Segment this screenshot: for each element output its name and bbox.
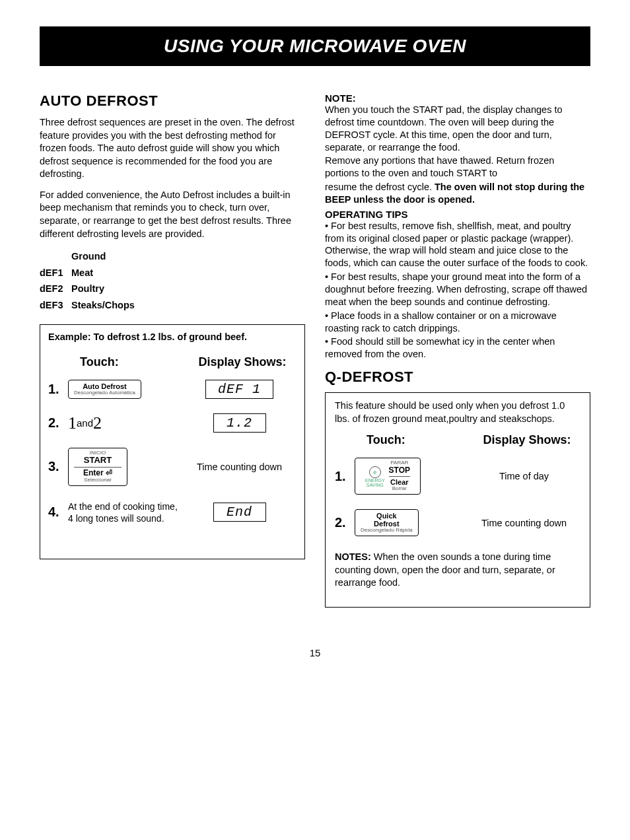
example-step-1: 1. Auto Defrost Descongelado Automática … [48,380,297,399]
note3-plain: resume the defrost cycle. [325,182,435,192]
qstep1-number: 1. [335,469,355,484]
step3-number: 3. [48,459,68,474]
auto-defrost-para1: Three defrost sequences are preset in th… [40,116,305,181]
step4-text: At the end of cooking time, 4 long tones… [68,501,182,524]
tip4: • Food should still be somewhat icy in t… [325,335,590,361]
q-headers: Touch: Display Shows: [335,433,580,447]
clear-btn-tiny: Borrar [389,486,410,492]
def1-label: Ground Meat [71,248,103,281]
auto-defrost-btn-sub: Descongelado Automática [74,390,135,396]
step2-display: 1.2 [213,413,266,433]
start-btn-tiny: Seleccionar [74,477,122,483]
energy-label1: ENERGY [365,478,385,483]
auto-defrost-example-box: Example: To defrost 1.2 lbs. of ground b… [40,324,305,559]
right-column: NOTE: When you touch the START pad, the … [325,92,590,608]
q-defrost-box: This feature should be used only when yo… [325,392,590,608]
auto-defrost-para2: For added convenience, the Auto Defrost … [40,189,305,240]
example-step-3: 3. INICIO START Enter ⏎ Seleccionar Time… [48,448,297,486]
example-step-2: 2. 1 and 2 1.2 [48,413,297,433]
tip2: • For best results, shape your ground me… [325,271,590,308]
def3-code: dEF3 [40,297,71,314]
tip1: • For best results, remove fish, shellfi… [325,220,590,269]
step2-and: and [77,417,93,429]
step2-key-1: 1 [68,413,77,433]
q-defrost-intro: This feature should be used only when yo… [335,400,580,425]
step4-display: End [213,503,266,522]
q-notes-label: NOTES: [335,551,371,562]
start-btn-main: START [74,456,122,467]
note-para1: When you touch the START pad, the displa… [325,104,590,153]
qstep2-display: Time counting down [468,518,580,528]
note-para3: resume the defrost cycle. The oven will … [325,181,590,206]
auto-defrost-btn-main: Auto Defrost [74,382,135,390]
tip3: • Place foods in a shallow container or … [325,310,590,335]
auto-defrost-heading: AUTO DEFROST [40,92,305,110]
stop-clear-button-icon: e ENERGY SAVING PARAR STOP Clear Borrar [355,458,421,495]
example-step-4: 4. At the end of cooking time, 4 long to… [48,501,297,524]
q-touch-header: Touch: [335,433,473,447]
start-button-icon: INICIO START Enter ⏎ Seleccionar [68,448,127,486]
stop-btn-main: STOP [389,466,410,477]
example-headers: Touch: Display Shows: [48,355,297,369]
qstep1-display: Time of day [468,471,580,481]
def2-label: Poultry [71,281,103,297]
content-columns: AUTO DEFROST Three defrost sequences are… [40,92,590,608]
left-column: AUTO DEFROST Three defrost sequences are… [40,92,305,608]
qd-btn-sub: Descongelado Rápida [361,528,413,534]
auto-defrost-button-icon: Auto Defrost Descongelado Automática [68,380,141,399]
example-title: Example: To defrost 1.2 lbs. of ground b… [48,332,297,342]
def3-label: Steaks/Chops [71,297,103,314]
note-para2: Remove any portions that have thawed. Re… [325,155,590,180]
qstep2-number: 2. [335,515,355,530]
q-step-2: 2. Quick Defrost Descongelado Rápida Tim… [335,509,580,536]
q-display-header: Display Shows: [473,433,580,447]
step4-number: 4. [48,505,68,520]
step2-number: 2. [48,415,68,431]
note-label: NOTE: [325,92,590,104]
quick-defrost-button-icon: Quick Defrost Descongelado Rápida [355,509,419,536]
eco-icon: e [369,466,381,478]
qd-btn-line1: Quick [361,512,413,520]
step1-display: dEF 1 [205,380,273,399]
def2-code: dEF2 [40,281,71,297]
step3-display: Time counting down [182,462,297,472]
operating-tips-label: OPERATING TIPS [325,209,590,220]
step2-key-2: 2 [93,413,102,433]
q-step-1: 1. e ENERGY SAVING PARAR STOP [335,458,580,495]
touch-header: Touch: [48,355,188,369]
display-header: Display Shows: [188,355,297,369]
q-notes: NOTES: When the oven sounds a tone durin… [335,551,580,590]
q-defrost-heading: Q-DEFROST [325,368,590,386]
step1-number: 1. [48,382,68,397]
energy-label2: SAVING [365,483,385,487]
defrost-level-list: dEF1Ground Meat dEF2Poultry dEF3Steaks/C… [40,248,305,314]
start-btn-sub: Enter ⏎ [74,469,122,477]
page-banner: USING YOUR MICROWAVE OVEN [40,26,590,66]
page-number: 15 [40,647,590,658]
def1-code: dEF1 [40,265,71,281]
